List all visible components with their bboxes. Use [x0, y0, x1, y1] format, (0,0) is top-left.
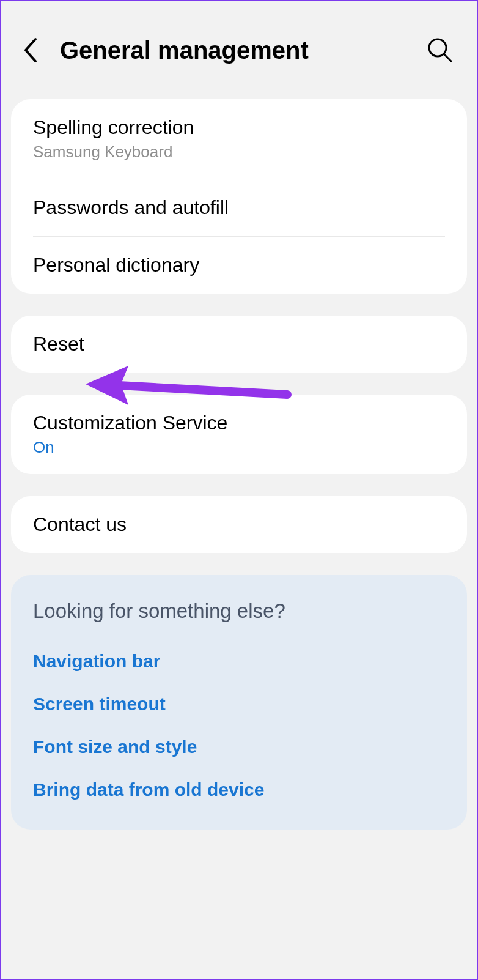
- back-button[interactable]: [6, 26, 55, 75]
- customization-service-row[interactable]: Customization Service On: [11, 395, 467, 474]
- row-title: Contact us: [33, 513, 445, 536]
- settings-group: Spelling correction Samsung Keyboard Pas…: [11, 99, 467, 294]
- row-status: On: [33, 438, 445, 457]
- row-title: Reset: [33, 333, 445, 355]
- passwords-autofill-row[interactable]: Passwords and autofill: [11, 179, 467, 236]
- settings-group: Customization Service On: [11, 395, 467, 474]
- search-button[interactable]: [422, 32, 458, 69]
- reset-row[interactable]: Reset: [11, 316, 467, 373]
- page-title: General management: [60, 37, 422, 64]
- search-icon: [427, 37, 453, 63]
- personal-dictionary-row[interactable]: Personal dictionary: [11, 237, 467, 294]
- row-subtitle: Samsung Keyboard: [33, 143, 445, 161]
- svg-point-0: [429, 39, 446, 56]
- suggestion-font-size-style[interactable]: Font size and style: [33, 726, 445, 768]
- row-title: Personal dictionary: [33, 254, 445, 277]
- header: General management: [1, 1, 477, 99]
- row-title: Passwords and autofill: [33, 196, 445, 219]
- settings-group: Reset: [11, 316, 467, 373]
- spelling-correction-row[interactable]: Spelling correction Samsung Keyboard: [11, 99, 467, 179]
- row-title: Spelling correction: [33, 116, 445, 139]
- chevron-left-icon: [22, 37, 39, 64]
- suggestion-screen-timeout[interactable]: Screen timeout: [33, 683, 445, 726]
- row-title: Customization Service: [33, 412, 445, 434]
- contact-us-row[interactable]: Contact us: [11, 496, 467, 553]
- suggestions-title: Looking for something else?: [33, 600, 445, 623]
- svg-line-1: [444, 54, 451, 61]
- suggestion-bring-data[interactable]: Bring data from old device: [33, 768, 445, 811]
- suggestion-navigation-bar[interactable]: Navigation bar: [33, 640, 445, 683]
- settings-group: Contact us: [11, 496, 467, 553]
- suggestions-panel: Looking for something else? Navigation b…: [11, 575, 467, 830]
